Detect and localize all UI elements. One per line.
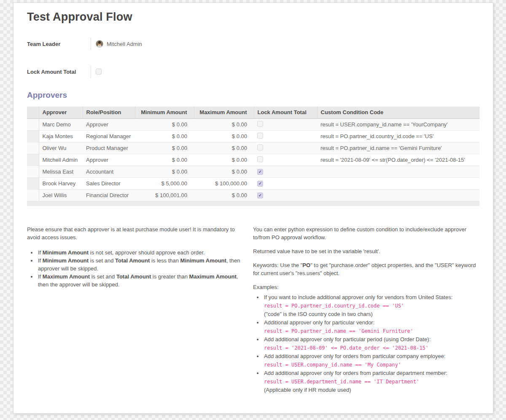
row-handle-cell xyxy=(27,118,39,130)
approver-cell: Joel Willis xyxy=(39,189,83,201)
custom-condition-cell xyxy=(317,189,479,201)
team-leader-value: Mitchell Admin xyxy=(91,37,142,50)
lock-amount-total-value xyxy=(91,65,102,78)
table-header-row: Approver Role/Position Minimum Amount Ma… xyxy=(27,107,479,118)
row-handle-cell xyxy=(27,177,39,189)
lock-amount-cell: ✓ xyxy=(254,166,317,177)
maximum-amount-cell: $ 0.00 xyxy=(194,154,254,166)
lock-amount-row-checkbox[interactable]: ✓ xyxy=(257,193,263,198)
examples-list: If you want to include additional approv… xyxy=(263,293,481,394)
maximum-amount-cell: $ 0.00 xyxy=(194,189,254,201)
table-footer-bar xyxy=(27,201,479,206)
column-header-lock-amount-total[interactable]: Lock Amount Total xyxy=(254,107,317,118)
approver-row[interactable]: Joel WillisFinancial Director$ 100,001.0… xyxy=(27,189,479,201)
help-python-paragraph: You can enter python expression to defin… xyxy=(253,225,481,241)
help-text-right: You can enter python expression to defin… xyxy=(253,225,481,394)
example-code: result = PO.partner_id.name == 'Gemini F… xyxy=(264,327,481,335)
column-header-minimum-amount[interactable]: Minimum Amount xyxy=(135,107,194,118)
example-item: Additional approver only for particular … xyxy=(263,318,481,335)
minimum-amount-cell: $ 5,000.00 xyxy=(135,177,194,189)
approver-cell: Melissa East xyxy=(39,166,83,177)
team-leader-field: Team Leader Mitchell Admin xyxy=(27,37,142,50)
example-description: If you want to include additional approv… xyxy=(264,293,481,302)
approver-cell: Marc Demo xyxy=(39,118,83,130)
team-leader-name: Mitchell Admin xyxy=(107,41,142,47)
approver-row[interactable]: Kaja MontesRegional Manager$ 0.00$ 0.00r… xyxy=(27,130,479,142)
custom-condition-cell: result = PO.partner_id.name == 'Gemini F… xyxy=(317,142,479,154)
approver-row[interactable]: Marc DemoApprover$ 0.00$ 0.00result = US… xyxy=(27,118,479,130)
lock-amount-row-checkbox[interactable] xyxy=(257,121,263,127)
example-description: Add additional approver only for orders … xyxy=(264,369,481,377)
example-item: Add additional approver only for orders … xyxy=(263,352,481,369)
minimum-amount-cell: $ 0.00 xyxy=(135,166,194,177)
example-code: result = '2021-08-09' <= PO.date_order <… xyxy=(264,344,481,352)
example-item: If you want to include additional approv… xyxy=(263,293,481,318)
approver-row[interactable]: Melissa EastAccountant$ 0.00$ 0.00✓ xyxy=(27,166,479,177)
lock-amount-row-checkbox[interactable]: ✓ xyxy=(257,169,263,175)
approver-cell: Oliver Wu xyxy=(39,142,83,154)
role-cell: Approver xyxy=(83,118,135,130)
column-header-maximum-amount[interactable]: Maximum Amount xyxy=(194,107,254,118)
custom-condition-cell: result = '2021-08-09' <= str(PO.date_ord… xyxy=(317,154,479,166)
role-cell: Accountant xyxy=(83,166,135,177)
example-description: Add additional approver only for particu… xyxy=(264,335,481,344)
lock-amount-total-label: Lock Amount Total xyxy=(27,69,91,75)
lock-amount-row-checkbox[interactable] xyxy=(257,156,263,162)
example-description: Add additional approver only for orders … xyxy=(264,352,481,361)
role-cell: Financial Director xyxy=(83,189,135,201)
lock-amount-row-checkbox[interactable] xyxy=(257,144,263,150)
team-leader-label: Team Leader xyxy=(27,41,91,47)
examples-label: Examples: xyxy=(253,283,481,291)
example-note: ("code" is the ISO country code in two c… xyxy=(264,310,481,318)
lock-amount-cell: ✓ xyxy=(254,189,317,201)
help-rules-list: If Minimum Amount is not set, approver s… xyxy=(37,249,248,289)
help-intro: Please ensure that each approver is at l… xyxy=(27,225,248,241)
column-header-approver[interactable]: Approver xyxy=(39,107,83,118)
help-rule-item: If Minimum Amount is not set, approver s… xyxy=(37,249,248,257)
approver-cell: Mitchell Admin xyxy=(39,154,83,166)
custom-condition-cell xyxy=(317,177,479,189)
lock-amount-total-checkbox[interactable] xyxy=(96,69,102,75)
maximum-amount-cell: $ 0.00 xyxy=(194,130,254,142)
role-cell: Sales Director xyxy=(83,177,135,189)
help-keywords-paragraph: Keywords: Use the "PO" to get "purchase.… xyxy=(253,261,481,277)
minimum-amount-cell: $ 100,001.00 xyxy=(135,189,194,201)
role-cell: Product Manager xyxy=(83,142,135,154)
approvers-table-body: Marc DemoApprover$ 0.00$ 0.00result = US… xyxy=(27,118,479,201)
row-handle-cell xyxy=(27,130,39,142)
approver-row[interactable]: Brook HarveySales Director$ 5,000.00$ 10… xyxy=(27,177,479,189)
custom-condition-cell: result = PO.partner_id.country_id.code =… xyxy=(317,130,479,142)
row-handle-column-header xyxy=(27,107,39,118)
lock-amount-row-checkbox[interactable]: ✓ xyxy=(257,181,263,187)
approvers-section-title: Approvers xyxy=(27,91,67,100)
user-avatar-icon xyxy=(96,40,103,48)
column-header-role[interactable]: Role/Position xyxy=(83,107,135,118)
maximum-amount-cell: $ 0.00 xyxy=(194,142,254,154)
lock-amount-total-field: Lock Amount Total xyxy=(27,65,102,78)
minimum-amount-cell: $ 0.00 xyxy=(135,118,194,130)
row-handle-cell xyxy=(27,154,39,166)
minimum-amount-cell: $ 0.00 xyxy=(135,142,194,154)
lock-amount-cell xyxy=(254,142,317,154)
maximum-amount-cell: $ 0.00 xyxy=(194,166,254,177)
example-code: result = PO.partner_id.country_id.code =… xyxy=(264,302,481,310)
column-header-custom-condition-code[interactable]: Custom Condition Code xyxy=(317,107,479,118)
page-title: Test Approval Flow xyxy=(27,11,132,24)
minimum-amount-cell: $ 0.00 xyxy=(135,130,194,142)
approver-row[interactable]: Oliver WuProduct Manager$ 0.00$ 0.00resu… xyxy=(27,142,479,154)
role-cell: Approver xyxy=(83,154,135,166)
lock-amount-row-checkbox[interactable] xyxy=(257,133,263,139)
approvers-table: Approver Role/Position Minimum Amount Ma… xyxy=(27,107,479,206)
example-note: (Applicable only if HR module used) xyxy=(264,386,481,394)
row-handle-cell xyxy=(27,142,39,154)
maximum-amount-cell: $ 100,000.00 xyxy=(194,177,254,189)
help-result-paragraph: Returned value have to be set in the var… xyxy=(253,247,481,255)
example-code: result = USER.department_id.name == 'IT … xyxy=(264,377,481,386)
example-item: Add additional approver only for orders … xyxy=(263,369,481,394)
example-code: result = USER.company_id.name == 'My Com… xyxy=(264,361,481,369)
row-handle-cell xyxy=(27,189,39,201)
approver-cell: Kaja Montes xyxy=(39,130,83,142)
approver-row[interactable]: Mitchell AdminApprover$ 0.00$ 0.00result… xyxy=(27,154,479,166)
lock-amount-cell xyxy=(254,130,317,142)
approver-cell: Brook Harvey xyxy=(39,177,83,189)
